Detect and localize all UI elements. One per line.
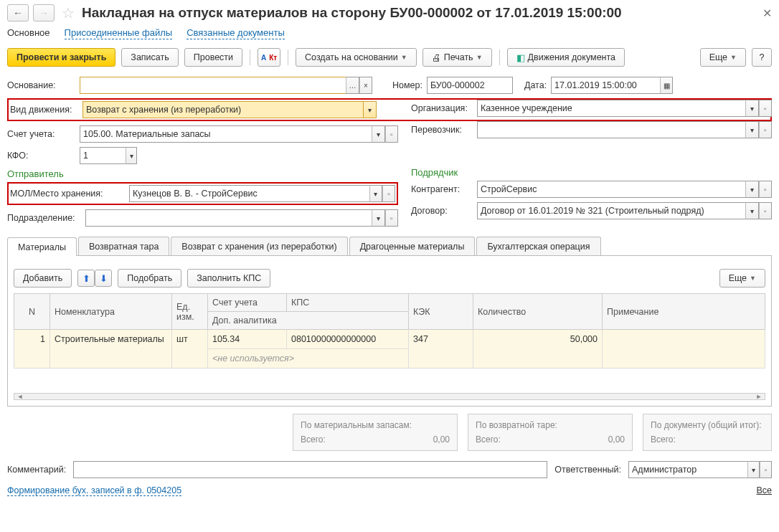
all-link[interactable]: Все — [756, 485, 772, 496]
contract-select[interactable] — [477, 202, 745, 219]
org-select[interactable] — [477, 100, 745, 117]
kfo-dropdown-icon[interactable]: ▾ — [126, 147, 137, 164]
grid-row[interactable]: 1 Строительные материалы шт 105.34 08010… — [14, 330, 765, 349]
scroll-right-icon[interactable]: ► — [753, 393, 765, 400]
col-kek: КЭК — [409, 294, 473, 330]
grid-more-button[interactable]: Еще▼ — [719, 269, 765, 288]
nav-main[interactable]: Основное — [7, 27, 50, 39]
counterparty-select[interactable] — [477, 181, 745, 198]
org-label: Организация: — [411, 103, 473, 113]
tab-materials[interactable]: Материалы — [7, 237, 77, 256]
basis-ellipsis-button[interactable]: … — [346, 77, 359, 94]
form-link[interactable]: Формирование бух. записей в ф. 0504205 — [7, 485, 181, 496]
save-button[interactable]: Записать — [121, 48, 178, 67]
account-select[interactable] — [80, 125, 372, 143]
move-type-label: Вид движения: — [10, 105, 78, 115]
movements-button[interactable]: ◧Движения документа — [507, 48, 625, 67]
responsible-select[interactable] — [628, 461, 747, 478]
mol-label: МОЛ/Место хранения: — [10, 189, 125, 199]
pick-button[interactable]: Подобрать — [118, 269, 181, 288]
account-label: Счет учета: — [7, 129, 75, 139]
carrier-label: Перевозчик: — [411, 125, 473, 135]
date-label: Дата: — [524, 80, 547, 90]
scroll-left-icon[interactable]: ◄ — [14, 393, 26, 400]
counterparty-open-icon[interactable]: ▫ — [759, 181, 772, 198]
department-open-icon[interactable]: ▫ — [385, 209, 398, 227]
nav-files[interactable]: Присоединенные файлы — [65, 27, 173, 39]
tab-bar: Материалы Возвратная тара Возврат с хран… — [7, 237, 772, 256]
move-type-select[interactable] — [82, 101, 363, 118]
col-nomen: Номенклатура — [50, 294, 172, 330]
counterparty-dropdown-icon[interactable]: ▾ — [745, 181, 758, 198]
contract-open-icon[interactable]: ▫ — [759, 202, 772, 219]
kfo-label: КФО: — [7, 151, 75, 161]
favorite-star-icon[interactable]: ☆ — [62, 4, 75, 22]
mol-open-icon[interactable]: ▫ — [382, 185, 395, 202]
basis-clear-button[interactable]: × — [359, 77, 372, 94]
tab-accounting[interactable]: Бухгалтерская операция — [476, 237, 600, 255]
department-dropdown-icon[interactable]: ▾ — [372, 209, 384, 227]
move-type-dropdown-icon[interactable]: ▾ — [363, 101, 377, 118]
carrier-open-icon[interactable]: ▫ — [759, 121, 772, 138]
mol-select[interactable] — [129, 185, 369, 202]
calendar-icon[interactable]: ▦ — [660, 77, 673, 94]
sender-section-title: Отправитель — [7, 168, 398, 179]
date-field[interactable] — [551, 77, 660, 94]
add-button[interactable]: Добавить — [14, 269, 72, 288]
col-kps: КПС — [287, 294, 409, 312]
department-label: Подразделение: — [7, 213, 81, 223]
contract-label: Договор: — [411, 206, 473, 216]
basis-input[interactable] — [80, 77, 346, 94]
nav-linked[interactable]: Связанные документы — [187, 27, 285, 39]
org-dropdown-icon[interactable]: ▾ — [745, 100, 758, 117]
summary-tare: По возвратной таре: Всего:0,00 — [468, 414, 633, 451]
tab-precious[interactable]: Драгоценные материалы — [349, 237, 476, 255]
grid-toolbar: Добавить ⬆ ⬇ Подобрать Заполнить КПС Еще… — [14, 262, 765, 293]
nav-tabs: Основное Присоединенные файлы Связанные … — [7, 27, 772, 39]
horizontal-scrollbar[interactable]: ◄ ► — [14, 393, 765, 400]
kfo-select[interactable] — [80, 147, 126, 164]
basis-label: Основание: — [7, 80, 75, 90]
col-account: Счет учета — [208, 294, 287, 312]
summary-panel: По материальным запасам: Всего:0,00 По в… — [7, 414, 772, 451]
move-up-button[interactable]: ⬆ — [77, 270, 95, 287]
toolbar: Провести и закрыть Записать Провести АКт… — [7, 48, 772, 67]
contract-dropdown-icon[interactable]: ▾ — [745, 202, 758, 219]
tab-return[interactable]: Возврат с хранения (из переработки) — [171, 237, 347, 255]
nav-forward-button[interactable]: → — [33, 4, 55, 22]
carrier-dropdown-icon[interactable]: ▾ — [745, 121, 758, 138]
org-open-icon[interactable]: ▫ — [759, 100, 772, 117]
col-unit: Ед. изм. — [172, 294, 208, 330]
mol-dropdown-icon[interactable]: ▾ — [369, 185, 382, 202]
help-button[interactable]: ? — [752, 48, 772, 67]
fill-kps-button[interactable]: Заполнить КПС — [187, 269, 270, 288]
number-field[interactable] — [427, 77, 513, 94]
page-title: Накладная на отпуск материалов на сторон… — [82, 5, 622, 21]
close-icon[interactable]: ✕ — [763, 6, 772, 20]
more-button[interactable]: Еще▼ — [700, 48, 746, 67]
account-open-icon[interactable]: ▫ — [385, 125, 398, 143]
tab-tare[interactable]: Возвратная тара — [78, 237, 169, 255]
post-and-close-button[interactable]: Провести и закрыть — [7, 48, 115, 67]
dk-button[interactable]: АКт — [258, 48, 280, 67]
create-from-button[interactable]: Создать на основании▼ — [296, 48, 417, 67]
col-extra: Доп. аналитика — [208, 312, 409, 330]
comment-input[interactable] — [73, 461, 547, 478]
print-button[interactable]: 🖨Печать▼ — [422, 48, 492, 67]
account-dropdown-icon[interactable]: ▾ — [372, 125, 384, 143]
nav-back-button[interactable]: ← — [7, 4, 29, 22]
summary-materials: По материальным запасам: Всего:0,00 — [293, 414, 458, 451]
department-select[interactable] — [85, 209, 372, 227]
move-down-button[interactable]: ⬇ — [95, 270, 112, 287]
materials-grid[interactable]: N Номенклатура Ед. изм. Счет учета КПС К… — [14, 293, 765, 369]
post-button[interactable]: Провести — [184, 48, 242, 67]
number-label: Номер: — [392, 80, 422, 90]
col-note: Примечание — [603, 294, 765, 330]
responsible-open-icon[interactable]: ▫ — [760, 461, 772, 478]
responsible-dropdown-icon[interactable]: ▾ — [747, 461, 760, 478]
col-n: N — [14, 294, 50, 330]
movements-icon: ◧ — [516, 52, 525, 63]
summary-document: По документу (общий итог): Всего: — [643, 414, 772, 451]
carrier-select[interactable] — [477, 121, 745, 138]
counterparty-label: Контрагент: — [411, 184, 473, 194]
